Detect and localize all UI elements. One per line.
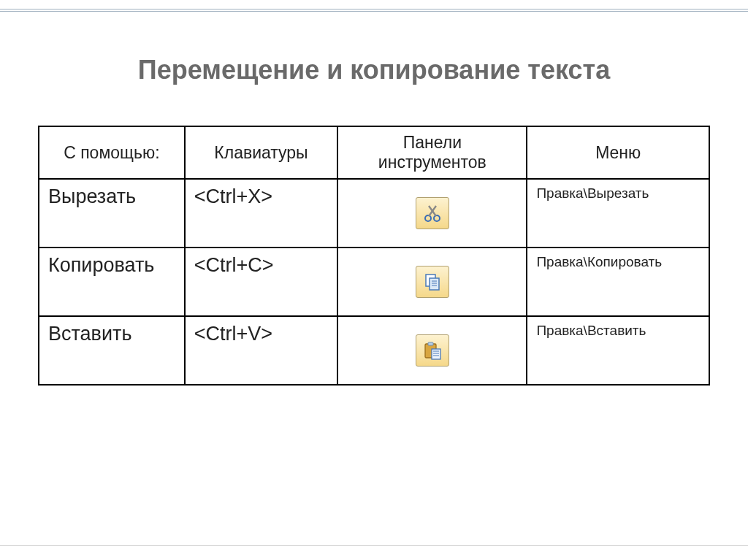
shortcuts-table: С помощью: Клавиатуры Панели инструменто… bbox=[38, 126, 710, 386]
header-method: С помощью: bbox=[39, 126, 185, 179]
table-row: Вырезать <Ctrl+X> Правка\Вырезать bbox=[39, 179, 709, 248]
shortcut-cell: <Ctrl+V> bbox=[185, 316, 337, 385]
svg-rect-5 bbox=[430, 278, 439, 290]
icon-cell bbox=[337, 316, 527, 385]
menu-cell: Правка\Копировать bbox=[527, 248, 709, 316]
shortcut-cell: <Ctrl+X> bbox=[185, 179, 337, 248]
slide-title: Перемещение и копирование текста bbox=[0, 55, 748, 85]
copy-icon bbox=[416, 266, 449, 298]
header-menu: Меню bbox=[527, 126, 709, 179]
action-cell: Вставить bbox=[39, 316, 185, 385]
svg-rect-10 bbox=[428, 342, 433, 345]
action-cell: Копировать bbox=[39, 248, 185, 316]
menu-cell: Правка\Вставить bbox=[527, 316, 709, 385]
paste-icon bbox=[416, 334, 449, 367]
svg-point-1 bbox=[434, 215, 440, 221]
icon-cell bbox=[337, 179, 527, 248]
icon-cell bbox=[337, 248, 527, 316]
menu-cell: Правка\Вырезать bbox=[527, 179, 709, 248]
bottom-rule-decoration bbox=[0, 545, 748, 547]
table-container: С помощью: Клавиатуры Панели инструменто… bbox=[0, 126, 748, 386]
table-row: Копировать <Ctrl+C> Правка\Копировать bbox=[39, 248, 709, 316]
cut-icon bbox=[416, 197, 449, 229]
shortcut-cell: <Ctrl+C> bbox=[185, 248, 337, 316]
header-keyboard: Клавиатуры bbox=[185, 126, 337, 179]
header-toolbar: Панели инструментов bbox=[337, 126, 527, 179]
top-border-decoration bbox=[0, 0, 748, 12]
table-row: Вставить <Ctrl+V> Правка\Вставить bbox=[39, 316, 709, 385]
table-header-row: С помощью: Клавиатуры Панели инструменто… bbox=[39, 126, 709, 179]
action-cell: Вырезать bbox=[39, 179, 185, 248]
svg-rect-11 bbox=[432, 349, 440, 359]
svg-point-0 bbox=[425, 215, 431, 221]
